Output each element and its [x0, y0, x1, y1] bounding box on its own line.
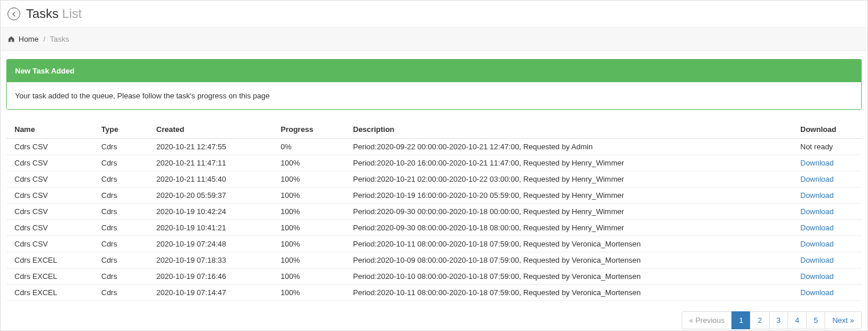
- table-row: Cdrs CSVCdrs2020-10-19 07:24:48100%Perio…: [6, 236, 862, 252]
- cell-name: Cdrs CSV: [6, 187, 93, 204]
- table-row: Cdrs CSVCdrs2020-10-20 05:59:37100%Perio…: [6, 187, 862, 204]
- cell-created: 2020-10-19 07:24:48: [148, 236, 273, 252]
- cell-created: 2020-10-19 07:16:46: [148, 269, 273, 285]
- pagination-page[interactable]: 2: [750, 311, 769, 329]
- pagination: « Previous 12345 Next »: [6, 311, 862, 329]
- cell-type: Cdrs: [93, 236, 148, 252]
- table-row: Cdrs EXCELCdrs2020-10-19 07:18:33100%Per…: [6, 252, 862, 269]
- cell-name: Cdrs EXCEL: [6, 252, 93, 269]
- download-link[interactable]: Download: [800, 191, 834, 200]
- download-link[interactable]: Download: [800, 175, 834, 183]
- cell-download: Download: [792, 204, 862, 220]
- cell-progress: 100%: [273, 171, 345, 187]
- alert-message: Your task added to the queue, Please fol…: [7, 82, 861, 109]
- cell-type: Cdrs: [93, 155, 148, 171]
- alert-success: New Task Added Your task added to the qu…: [6, 59, 862, 110]
- th-name: Name: [6, 120, 93, 139]
- cell-download: Not ready: [792, 139, 862, 155]
- table-row: Cdrs EXCELCdrs2020-10-19 07:16:46100%Per…: [6, 269, 862, 285]
- th-progress: Progress: [273, 120, 345, 139]
- cell-type: Cdrs: [93, 285, 148, 301]
- cell-type: Cdrs: [93, 220, 148, 236]
- download-link[interactable]: Download: [800, 207, 834, 216]
- cell-created: 2020-10-21 12:47:55: [148, 139, 273, 155]
- cell-created: 2020-10-19 07:14:47: [148, 285, 273, 301]
- cell-name: Cdrs CSV: [6, 155, 93, 171]
- cell-download: Download: [792, 187, 862, 204]
- pagination-page[interactable]: 4: [788, 311, 807, 329]
- table-row: Cdrs EXCELCdrs2020-10-19 07:14:47100%Per…: [6, 285, 862, 301]
- breadcrumb: Home / Tasks: [1, 28, 867, 51]
- cell-progress: 100%: [273, 155, 345, 171]
- th-type: Type: [93, 120, 148, 139]
- cell-description: Period:2020-10-11 08:00:00-2020-10-18 07…: [345, 236, 792, 252]
- pagination-prev[interactable]: « Previous: [682, 311, 732, 329]
- cell-type: Cdrs: [93, 252, 148, 269]
- cell-name: Cdrs EXCEL: [6, 285, 93, 301]
- cell-progress: 100%: [273, 285, 345, 301]
- cell-created: 2020-10-19 10:41:21: [148, 220, 273, 236]
- table-row: Cdrs CSVCdrs2020-10-19 10:41:21100%Perio…: [6, 220, 862, 236]
- cell-description: Period:2020-09-30 00:00:00-2020-10-18 00…: [345, 204, 792, 220]
- arrow-left-icon: [11, 11, 17, 17]
- pagination-page[interactable]: 5: [806, 311, 825, 329]
- cell-download: Download: [792, 171, 862, 187]
- alert-title: New Task Added: [7, 60, 861, 82]
- cell-name: Cdrs CSV: [6, 204, 93, 220]
- cell-progress: 100%: [273, 236, 345, 252]
- breadcrumb-current: Tasks: [50, 35, 69, 43]
- table-row: Cdrs CSVCdrs2020-10-19 10:42:24100%Perio…: [6, 204, 862, 220]
- tasks-table: Name Type Created Progress Description D…: [6, 120, 862, 301]
- cell-progress: 100%: [273, 269, 345, 285]
- breadcrumb-separator: /: [43, 35, 46, 43]
- th-description: Description: [345, 120, 792, 139]
- cell-download: Download: [792, 269, 862, 285]
- page-header: Tasks List: [1, 1, 867, 28]
- cell-description: Period:2020-10-09 08:00:00-2020-10-18 07…: [345, 252, 792, 269]
- table-row: Cdrs CSVCdrs2020-10-21 11:45:40100%Perio…: [6, 171, 862, 187]
- download-link[interactable]: Download: [800, 223, 834, 232]
- cell-description: Period:2020-09-30 08:00:00-2020-10-18 08…: [345, 220, 792, 236]
- download-link[interactable]: Download: [800, 240, 834, 248]
- pagination-page[interactable]: 3: [769, 311, 788, 329]
- breadcrumb-home-link[interactable]: Home: [19, 35, 39, 43]
- table-row: Cdrs CSVCdrs2020-10-21 12:47:550%Period:…: [6, 139, 862, 155]
- cell-type: Cdrs: [93, 171, 148, 187]
- download-link[interactable]: Download: [800, 272, 834, 281]
- cell-download: Download: [792, 155, 862, 171]
- pagination-next[interactable]: Next »: [825, 311, 862, 329]
- cell-type: Cdrs: [93, 204, 148, 220]
- th-download: Download: [792, 120, 862, 139]
- cell-created: 2020-10-21 11:45:40: [148, 171, 273, 187]
- back-button[interactable]: [8, 8, 20, 20]
- pagination-page[interactable]: 1: [731, 311, 751, 329]
- cell-download: Download: [792, 220, 862, 236]
- cell-description: Period:2020-10-20 16:00:00-2020-10-21 11…: [345, 155, 792, 171]
- cell-created: 2020-10-20 05:59:37: [148, 187, 273, 204]
- cell-description: Period:2020-10-21 02:00:00-2020-10-22 03…: [345, 171, 792, 187]
- th-created: Created: [148, 120, 273, 139]
- cell-type: Cdrs: [93, 139, 148, 155]
- cell-progress: 0%: [273, 139, 345, 155]
- download-link[interactable]: Download: [800, 159, 834, 167]
- cell-download: Download: [792, 252, 862, 269]
- cell-description: Period:2020-10-11 08:00:00-2020-10-18 07…: [345, 285, 792, 301]
- page-subtitle: List: [62, 6, 82, 21]
- cell-created: 2020-10-19 07:18:33: [148, 252, 273, 269]
- download-link[interactable]: Download: [800, 288, 834, 297]
- cell-name: Cdrs CSV: [6, 236, 93, 252]
- not-ready-label: Not ready: [800, 142, 833, 151]
- cell-name: Cdrs CSV: [6, 220, 93, 236]
- cell-download: Download: [792, 236, 862, 252]
- cell-name: Cdrs CSV: [6, 139, 93, 155]
- cell-created: 2020-10-19 10:42:24: [148, 204, 273, 220]
- cell-name: Cdrs CSV: [6, 171, 93, 187]
- cell-type: Cdrs: [93, 269, 148, 285]
- home-icon: [8, 35, 15, 43]
- cell-description: Period:2020-09-22 00:00:00-2020-10-21 12…: [345, 139, 792, 155]
- download-link[interactable]: Download: [800, 256, 834, 264]
- cell-name: Cdrs EXCEL: [6, 269, 93, 285]
- page-title: Tasks: [26, 6, 58, 21]
- cell-progress: 100%: [273, 204, 345, 220]
- cell-progress: 100%: [273, 220, 345, 236]
